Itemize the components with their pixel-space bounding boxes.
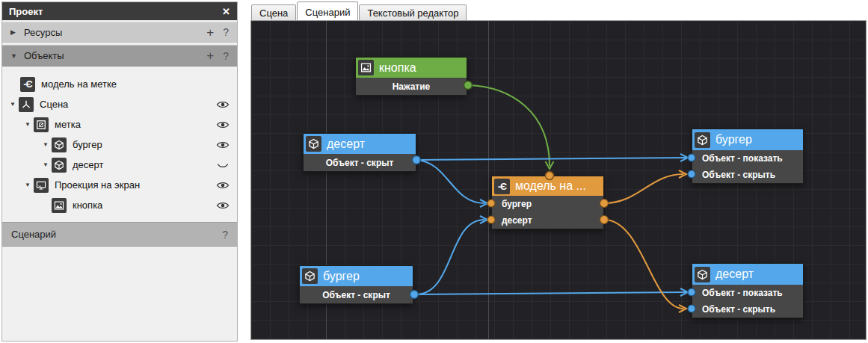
cube-icon: [695, 267, 710, 282]
node-event-row[interactable]: Объект - скрыт: [300, 286, 413, 303]
scenario-canvas[interactable]: кнопка Нажатие десерт Объект - скрыт бур…: [250, 20, 867, 340]
help-object-button[interactable]: ?: [223, 50, 229, 62]
tree-item-button[interactable]: кнопка: [2, 195, 237, 215]
chevron-down-icon[interactable]: ▼: [22, 182, 34, 188]
node-dessert-actions-header[interactable]: десерт: [692, 264, 803, 285]
visibility-eye-icon[interactable]: [216, 140, 230, 150]
object-tree: -Є модель на метке ▼ Сцена ▼ метка: [2, 67, 237, 215]
screen-icon: [34, 178, 49, 193]
project-panel-header: Проект ✕: [2, 2, 237, 20]
visibility-eye-icon[interactable]: [216, 200, 230, 211]
tree-item-marker[interactable]: ▼ метка: [2, 114, 237, 135]
tree-item-dessert[interactable]: ▼ десерт: [2, 155, 237, 175]
section-scenario-label: Сценарий: [11, 229, 56, 240]
chevron-right-icon: ▶: [10, 28, 24, 36]
section-objects-label: Объекты: [24, 50, 64, 61]
tree-item-label: Сцена: [40, 99, 68, 110]
visibility-eye-icon[interactable]: [216, 99, 230, 110]
node-title: модель на ...: [515, 179, 586, 193]
marker-icon: [34, 117, 49, 132]
node-model-on-marker[interactable]: -Є модель на ... бургер десерт: [491, 176, 604, 229]
canvas-axis-line: [488, 21, 489, 339]
tree-item-scene[interactable]: ▼ Сцена: [2, 94, 237, 114]
node-button[interactable]: кнопка Нажатие: [355, 57, 467, 96]
close-icon[interactable]: ✕: [222, 6, 230, 17]
node-model-header[interactable]: -Є модель на ...: [492, 176, 603, 196]
application-window: Проект ✕ ▶ Ресурсы + ? ▼ Объекты + ? -Є …: [0, 0, 868, 343]
chevron-down-icon[interactable]: ▼: [22, 121, 34, 128]
visibility-eye-icon[interactable]: [216, 120, 230, 130]
project-panel: Проект ✕ ▶ Ресурсы + ? ▼ Объекты + ? -Є …: [1, 1, 238, 342]
node-burger-actions[interactable]: бургер Объект - показать Объект - скрыть: [692, 129, 804, 184]
help-resource-button[interactable]: ?: [223, 26, 229, 38]
scene-icon: [19, 97, 34, 112]
tree-item-label: кнопка: [73, 200, 102, 211]
visibility-eye-closed-icon[interactable]: [216, 160, 230, 170]
chevron-down-icon[interactable]: ▼: [40, 161, 52, 168]
node-title: десерт: [327, 137, 365, 151]
node-title: бургер: [715, 133, 752, 146]
tree-item-burger[interactable]: ▼ бургер: [2, 135, 237, 155]
add-object-button[interactable]: +: [206, 49, 214, 62]
tab-text-editor[interactable]: Текстовый редактор: [359, 4, 467, 20]
image-icon: [52, 198, 67, 213]
section-objects[interactable]: ▼ Объекты + ?: [2, 45, 237, 67]
node-input-row[interactable]: десерт: [492, 212, 603, 229]
node-event-row[interactable]: Объект - скрыт: [304, 154, 416, 171]
node-burger-actions-header[interactable]: бургер: [692, 129, 803, 150]
node-burger-header[interactable]: бургер: [300, 266, 413, 286]
cube-icon: [695, 132, 710, 148]
section-resources-label: Ресурсы: [24, 27, 62, 38]
tree-item-screen-projection[interactable]: ▼ Проекция на экран: [2, 175, 237, 195]
chevron-down-icon[interactable]: ▼: [7, 101, 19, 108]
chevron-down-icon[interactable]: ▼: [40, 141, 52, 148]
node-action-row[interactable]: Объект - скрыть: [692, 301, 803, 318]
tree-item-label: Проекция на экран: [55, 179, 140, 191]
add-resource-button[interactable]: +: [206, 26, 214, 39]
node-dessert-header[interactable]: десерт: [304, 134, 416, 154]
section-scenario[interactable]: Сценарий ?: [2, 222, 237, 247]
tab-bar: Сцена Сценарий Текстовый редактор: [251, 1, 467, 20]
cube-icon: [302, 268, 318, 284]
image-icon: [358, 60, 374, 75]
node-title: бургер: [323, 270, 360, 283]
visibility-eye-icon[interactable]: [216, 180, 230, 191]
project-panel-title: Проект: [9, 6, 43, 17]
tab-scene[interactable]: Сцена: [251, 4, 296, 20]
tree-item-label: десерт: [73, 159, 103, 170]
tree-item-model-on-marker[interactable]: -Є модель на метке: [2, 74, 237, 94]
node-input-row[interactable]: бургер: [492, 196, 603, 212]
logic-object-icon: -Є: [494, 179, 510, 194]
tree-item-label: метка: [55, 119, 81, 130]
help-scenario-button[interactable]: ?: [222, 229, 228, 241]
node-action-row[interactable]: Объект - показать: [692, 285, 803, 301]
node-action-row[interactable]: Объект - показать: [692, 150, 803, 167]
section-resources[interactable]: ▶ Ресурсы + ?: [2, 22, 237, 43]
chevron-down-icon: ▼: [10, 52, 24, 60]
tree-item-label: модель на метке: [41, 78, 117, 90]
cube-icon: [306, 136, 321, 152]
node-action-row[interactable]: Объект - скрыть: [692, 167, 803, 183]
node-button-header[interactable]: кнопка: [356, 58, 467, 78]
tree-item-label: бургер: [73, 139, 102, 150]
tab-scenario[interactable]: Сценарий: [297, 1, 358, 20]
cube-icon: [52, 137, 67, 152]
node-title: десерт: [715, 268, 754, 281]
node-event-row[interactable]: Нажатие: [356, 78, 467, 95]
cube-icon: [52, 158, 67, 173]
node-dessert-actions[interactable]: десерт Объект - показать Объект - скрыть: [692, 263, 804, 318]
node-dessert-state[interactable]: десерт Объект - скрыт: [303, 133, 416, 172]
node-title: кнопка: [379, 61, 416, 75]
node-burger-state[interactable]: бургер Объект - скрыт: [299, 265, 413, 304]
logic-object-icon: -Є: [20, 77, 35, 92]
